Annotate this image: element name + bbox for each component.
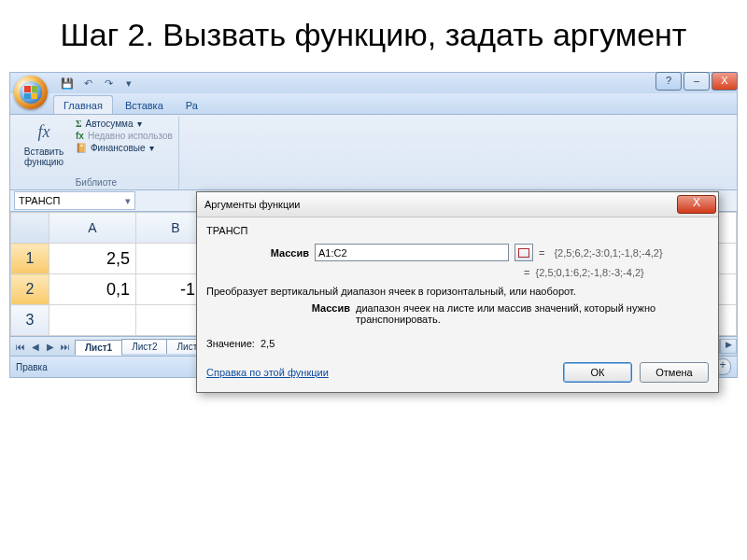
- name-box[interactable]: ТРАНСП ▾: [14, 191, 135, 210]
- sheet-tab-1[interactable]: Лист1: [75, 340, 122, 356]
- autosum-menu: ΣАвтосумма ▾ fxНедавно использов 📔Финанс…: [76, 117, 173, 167]
- sigma-icon: Σ: [76, 119, 82, 129]
- tab-nav-last-icon[interactable]: ⏭: [59, 342, 72, 352]
- arg-row: Массив = {2,5;6,2;-3:0,1;-1,8;-4,2}: [206, 244, 709, 261]
- autosum-button[interactable]: ΣАвтосумма ▾: [76, 119, 173, 129]
- dialog-body: ТРАНСП Массив = {2,5;6,2;-3:0,1;-1,8;-4,…: [197, 217, 718, 392]
- tab-page-layout[interactable]: Ра: [176, 95, 208, 114]
- insert-function-button[interactable]: fx Вставить функцию: [20, 117, 68, 167]
- dialog-footer: Справка по этой функции ОК Отмена: [206, 358, 709, 383]
- cancel-button[interactable]: Отмена: [640, 362, 709, 383]
- range-picker-icon: [518, 248, 529, 258]
- sheet-tab-2[interactable]: Лист2: [121, 339, 167, 354]
- ribbon-group-function-library: fx Вставить функцию ΣАвтосумма ▾ fxНедав…: [14, 117, 179, 189]
- title-bar: 💾 ↶ ↷ ▾: [9, 72, 738, 93]
- equals-sign: =: [539, 247, 544, 259]
- function-arguments-dialog: Аргументы функции X ТРАНСП Массив = {2,5…: [196, 191, 719, 393]
- help-link[interactable]: Справка по этой функции: [206, 367, 329, 378]
- cell-A2[interactable]: 0,1: [49, 274, 136, 305]
- row-header-1[interactable]: 1: [11, 244, 49, 274]
- status-mode: Правка: [16, 362, 48, 372]
- ribbon-tabs: Главная Вставка Ра: [9, 93, 738, 115]
- arg-input[interactable]: [315, 244, 509, 261]
- select-all-corner[interactable]: [11, 213, 49, 244]
- arg-label: Массив: [206, 247, 309, 259]
- tab-nav: ⏮ ◀ ▶ ⏭: [10, 342, 76, 352]
- result-value: 2,5: [261, 338, 275, 349]
- group-title: Библиоте: [20, 175, 173, 189]
- tab-nav-prev-icon[interactable]: ◀: [29, 342, 42, 352]
- scroll-right-icon[interactable]: ▶: [720, 339, 737, 354]
- dialog-title: Аргументы функции: [204, 199, 301, 210]
- undo-icon[interactable]: ↶: [79, 75, 96, 91]
- excel-window: ? – X 💾 ↶ ↷ ▾ Главная Вставка Ра fx Вста…: [9, 72, 738, 378]
- arg-preview: {2,5;6,2;-3:0,1;-1,8;-4,2}: [554, 247, 662, 259]
- arg-desc-label: Массив: [206, 302, 356, 325]
- function-description: Преобразует вертикальный диапазон ячеек …: [206, 286, 709, 297]
- redo-icon[interactable]: ↷: [100, 75, 117, 91]
- tab-insert[interactable]: Вставка: [115, 95, 174, 114]
- chevron-down-icon: ▾: [137, 119, 142, 129]
- qat-more-icon[interactable]: ▾: [120, 75, 137, 91]
- dialog-titlebar[interactable]: Аргументы функции X: [197, 192, 718, 217]
- save-icon[interactable]: 💾: [59, 75, 76, 91]
- tab-nav-first-icon[interactable]: ⏮: [14, 342, 27, 352]
- cell-A3[interactable]: [49, 305, 136, 336]
- arg-desc-text: диапазон ячеек на листе или массив значе…: [356, 302, 709, 325]
- insert-function-label: Вставить функцию: [24, 147, 63, 167]
- tab-home[interactable]: Главная: [53, 95, 113, 114]
- row-header-2[interactable]: 2: [11, 274, 49, 305]
- result-preview-row: = {2,5;0,1:6,2;-1,8:-3;-4,2}: [524, 267, 709, 278]
- function-name: ТРАНСП: [206, 225, 709, 236]
- minimize-button[interactable]: –: [684, 72, 710, 91]
- book-icon: 📔: [76, 143, 87, 153]
- arg-description: Массив диапазон ячеек на листе или масси…: [206, 302, 709, 325]
- window-chrome: ? – X: [655, 72, 738, 91]
- name-box-value: ТРАНСП: [19, 195, 60, 206]
- chevron-down-icon: ▾: [149, 143, 154, 153]
- dialog-close-button[interactable]: X: [677, 195, 716, 214]
- quick-access-toolbar: 💾 ↶ ↷ ▾: [59, 75, 137, 91]
- cell-A1[interactable]: 2,5: [49, 244, 136, 274]
- tab-nav-next-icon[interactable]: ▶: [44, 342, 57, 352]
- chevron-down-icon[interactable]: ▾: [125, 195, 131, 207]
- office-orb[interactable]: [14, 76, 48, 109]
- range-picker-button[interactable]: [514, 244, 533, 261]
- close-button[interactable]: X: [712, 72, 738, 91]
- financial-button[interactable]: 📔Финансовые ▾: [76, 143, 173, 153]
- ok-button[interactable]: ОК: [563, 362, 632, 383]
- recently-used-button[interactable]: fxНедавно использов: [76, 131, 173, 141]
- help-button[interactable]: ?: [655, 72, 682, 91]
- row-header-3[interactable]: 3: [11, 305, 49, 336]
- result-value-row: Значение: 2,5: [206, 338, 709, 349]
- ribbon: fx Вставить функцию ΣАвтосумма ▾ fxНедав…: [9, 115, 738, 190]
- col-header-A[interactable]: A: [49, 213, 136, 244]
- slide-title: Шаг 2. Вызвать функцию, задать аргумент: [0, 0, 747, 72]
- fx-icon: fx: [38, 117, 50, 147]
- fx-green-icon: fx: [76, 131, 84, 141]
